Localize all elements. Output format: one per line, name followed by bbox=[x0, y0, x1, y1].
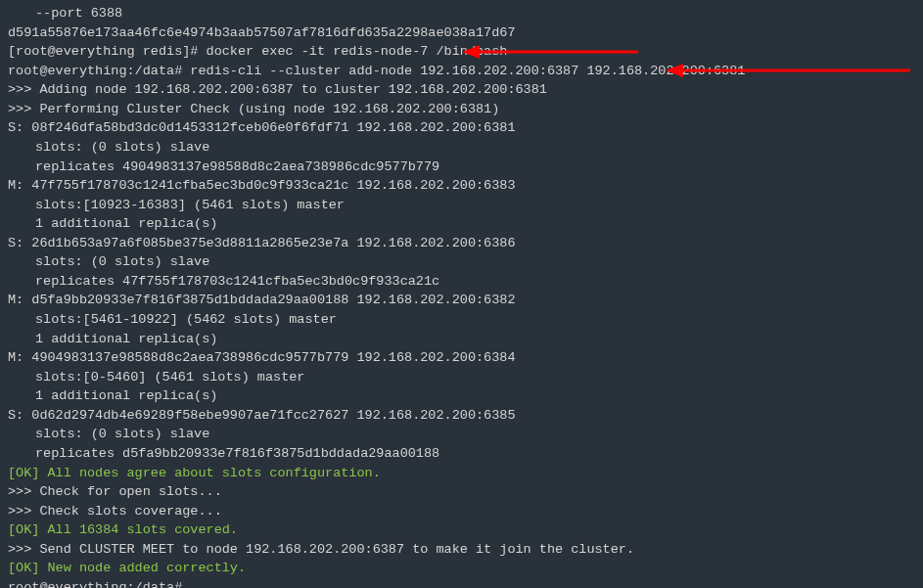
terminal-line: slots: (0 slots) slave bbox=[8, 138, 915, 158]
terminal-line: --port 6388 bbox=[8, 4, 915, 23]
terminal-line: S: 08f246dfa58bd3dc0d1453312fceb06e0f6fd… bbox=[8, 118, 915, 138]
terminal-output[interactable]: --port 6388d591a55876e173aa46fc6e4974b3a… bbox=[0, 0, 923, 588]
terminal-line: S: 26d1b653a97a6f085be375e3d8811a2865e23… bbox=[8, 234, 915, 253]
terminal-line: slots:[10923-16383] (5461 slots) master bbox=[8, 196, 915, 215]
terminal-line: replicates d5fa9bb20933e7f816f3875d1bdda… bbox=[8, 444, 915, 464]
terminal-line: M: 4904983137e98588d8c2aea738986cdc9577b… bbox=[8, 348, 915, 368]
terminal-line: >>> Check for open slots... bbox=[8, 482, 915, 502]
terminal-line: root@everything:/data# bbox=[8, 578, 915, 588]
terminal-line: >>> Send CLUSTER MEET to node 192.168.20… bbox=[8, 540, 915, 560]
terminal-line: >>> Adding node 192.168.202.200:6387 to … bbox=[8, 80, 915, 100]
terminal-line: root@everything:/data# redis-cli --clust… bbox=[8, 62, 915, 81]
terminal-line: 1 additional replica(s) bbox=[8, 386, 915, 406]
terminal-line: slots: (0 slots) slave bbox=[8, 425, 915, 444]
terminal-line: [root@everything redis]# docker exec -it… bbox=[8, 42, 915, 62]
terminal-line: [OK] All 16384 slots covered. bbox=[8, 520, 915, 540]
terminal-line: slots:[0-5460] (5461 slots) master bbox=[8, 368, 915, 387]
terminal-line: [OK] New node added correctly. bbox=[8, 559, 915, 578]
terminal-line: replicates 47f755f178703c1241cfba5ec3bd0… bbox=[8, 272, 915, 292]
terminal-line: slots:[5461-10922] (5462 slots) master bbox=[8, 310, 915, 330]
terminal-line: >>> Check slots coverage... bbox=[8, 502, 915, 521]
terminal-line: S: 0d62d2974db4e69289f58ebe9907ae71fcc27… bbox=[8, 406, 915, 426]
terminal-line: slots: (0 slots) slave bbox=[8, 252, 915, 272]
terminal-line: M: d5fa9bb20933e7f816f3875d1bddada29aa00… bbox=[8, 291, 915, 310]
terminal-line: >>> Performing Cluster Check (using node… bbox=[8, 100, 915, 119]
terminal-line: M: 47f755f178703c1241cfba5ec3bd0c9f933ca… bbox=[8, 176, 915, 196]
terminal-line: 1 additional replica(s) bbox=[8, 330, 915, 349]
terminal-line: [OK] All nodes agree about slots configu… bbox=[8, 464, 915, 483]
terminal-line: replicates 4904983137e98588d8c2aea738986… bbox=[8, 158, 915, 177]
terminal-line: 1 additional replica(s) bbox=[8, 214, 915, 234]
terminal-line: d591a55876e173aa46fc6e4974b3aab57507af78… bbox=[8, 23, 915, 43]
